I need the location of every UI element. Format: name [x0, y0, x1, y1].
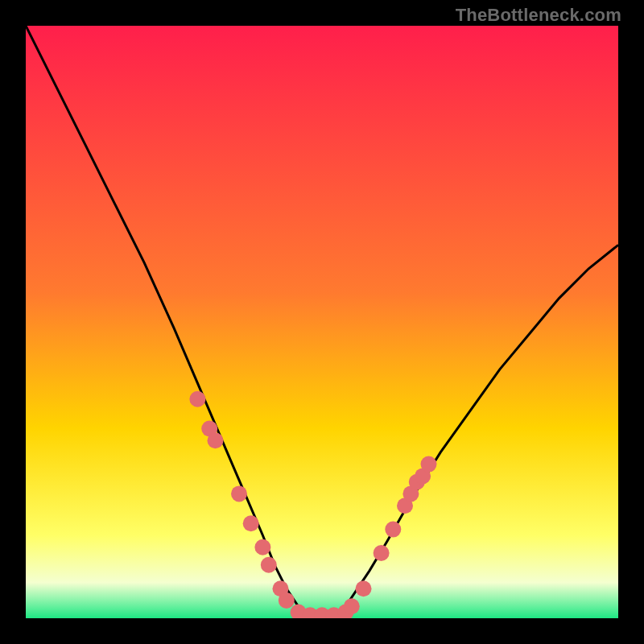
marker-dot	[189, 391, 205, 407]
marker-dot	[421, 456, 437, 473]
curve-layer	[26, 26, 618, 618]
marker-dot	[231, 485, 247, 502]
marker-dot	[208, 432, 224, 448]
marker-dot	[356, 580, 372, 597]
marker-dot	[243, 515, 259, 531]
marker-dot	[254, 539, 270, 555]
bottleneck-curve	[26, 26, 618, 618]
marker-dots	[189, 391, 436, 618]
marker-dot	[374, 545, 390, 561]
marker-dot	[279, 592, 295, 609]
watermark-text: TheBottleneck.com	[456, 5, 621, 26]
plot-area	[26, 26, 618, 618]
marker-dot	[344, 598, 360, 614]
marker-dot	[261, 557, 277, 573]
chart-frame: TheBottleneck.com	[0, 0, 644, 644]
marker-dot	[385, 522, 401, 538]
